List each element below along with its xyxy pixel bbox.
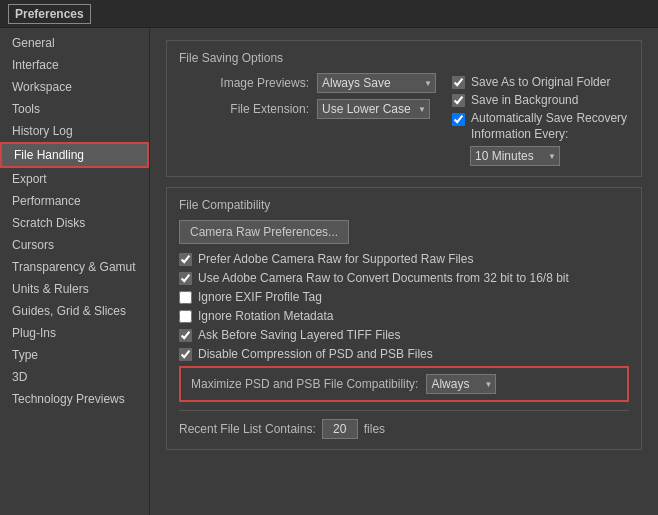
use-camera-raw-convert-label: Use Adobe Camera Raw to Convert Document…: [198, 271, 569, 285]
file-extension-label: File Extension:: [179, 102, 309, 116]
disable-compression-checkbox[interactable]: [179, 348, 192, 361]
sidebar: General Interface Workspace Tools Histor…: [0, 28, 150, 515]
window-title: Preferences: [8, 4, 91, 24]
sidebar-item-scratch-disks[interactable]: Scratch Disks: [0, 212, 149, 234]
sidebar-item-type[interactable]: Type: [0, 344, 149, 366]
file-saving-options-section: File Saving Options Image Previews: Alwa…: [166, 40, 642, 177]
auto-save-checkbox[interactable]: [452, 113, 465, 126]
ignore-rotation-checkbox[interactable]: [179, 310, 192, 323]
recent-files-suffix: files: [364, 422, 385, 436]
use-camera-raw-convert-checkbox[interactable]: [179, 272, 192, 285]
sidebar-item-tools[interactable]: Tools: [0, 98, 149, 120]
disable-compression-row: Disable Compression of PSD and PSB Files: [179, 347, 629, 361]
recent-files-count-input[interactable]: [322, 419, 358, 439]
ignore-exif-label: Ignore EXIF Profile Tag: [198, 290, 322, 304]
sidebar-item-plug-ins[interactable]: Plug-Ins: [0, 322, 149, 344]
ask-before-saving-label: Ask Before Saving Layered TIFF Files: [198, 328, 401, 342]
sidebar-item-workspace[interactable]: Workspace: [0, 76, 149, 98]
ignore-exif-row: Ignore EXIF Profile Tag: [179, 290, 629, 304]
sidebar-item-performance[interactable]: Performance: [0, 190, 149, 212]
ask-before-saving-checkbox[interactable]: [179, 329, 192, 342]
file-extension-select[interactable]: Use Lower Case Use Upper Case: [317, 99, 430, 119]
ask-before-saving-row: Ask Before Saving Layered TIFF Files: [179, 328, 629, 342]
auto-save-interval-row: 1 Minute 5 Minutes 10 Minutes 15 Minutes…: [470, 146, 629, 166]
save-in-background-checkbox[interactable]: [452, 94, 465, 107]
image-previews-label: Image Previews:: [179, 76, 309, 90]
recent-files-label: Recent File List Contains:: [179, 422, 316, 436]
auto-save-label: Automatically Save Recovery Information …: [471, 111, 629, 142]
image-previews-select[interactable]: Always Save Never Save Ask When Saving: [317, 73, 436, 93]
maximize-compatibility-select-wrapper: Always Never Ask: [426, 374, 496, 394]
preferences-window: Preferences General Interface Workspace …: [0, 0, 658, 515]
prefer-camera-raw-row: Prefer Adobe Camera Raw for Supported Ra…: [179, 252, 629, 266]
sidebar-item-general[interactable]: General: [0, 32, 149, 54]
image-previews-row: Image Previews: Always Save Never Save A…: [179, 73, 436, 93]
main-panel: File Saving Options Image Previews: Alwa…: [150, 28, 658, 515]
prefer-camera-raw-label: Prefer Adobe Camera Raw for Supported Ra…: [198, 252, 473, 266]
maximize-compatibility-row: Maximize PSD and PSB File Compatibility:…: [179, 366, 629, 402]
sidebar-item-3d[interactable]: 3D: [0, 366, 149, 388]
sidebar-item-export[interactable]: Export: [0, 168, 149, 190]
save-as-original-row: Save As to Original Folder: [452, 75, 629, 89]
disable-compression-label: Disable Compression of PSD and PSB Files: [198, 347, 433, 361]
file-extension-select-wrapper: Use Lower Case Use Upper Case: [317, 99, 430, 119]
save-in-background-label: Save in Background: [471, 93, 578, 107]
content-area: General Interface Workspace Tools Histor…: [0, 28, 658, 515]
recent-files-row: Recent File List Contains: files: [179, 419, 629, 439]
maximize-compatibility-select[interactable]: Always Never Ask: [426, 374, 496, 394]
save-as-original-checkbox[interactable]: [452, 76, 465, 89]
ignore-rotation-row: Ignore Rotation Metadata: [179, 309, 629, 323]
sidebar-item-guides-grid-slices[interactable]: Guides, Grid & Slices: [0, 300, 149, 322]
file-saving-right-col: Save As to Original Folder Save in Backg…: [452, 73, 629, 166]
prefer-camera-raw-checkbox[interactable]: [179, 253, 192, 266]
camera-raw-preferences-button[interactable]: Camera Raw Preferences...: [179, 220, 349, 244]
sidebar-item-interface[interactable]: Interface: [0, 54, 149, 76]
save-in-background-row: Save in Background: [452, 93, 629, 107]
title-bar: Preferences: [0, 0, 658, 28]
sidebar-item-transparency-gamut[interactable]: Transparency & Gamut: [0, 256, 149, 278]
file-saving-options-title: File Saving Options: [179, 51, 629, 65]
auto-save-interval-select-wrapper: 1 Minute 5 Minutes 10 Minutes 15 Minutes…: [470, 146, 560, 166]
sidebar-item-history-log[interactable]: History Log: [0, 120, 149, 142]
ignore-rotation-label: Ignore Rotation Metadata: [198, 309, 333, 323]
auto-save-interval-select[interactable]: 1 Minute 5 Minutes 10 Minutes 15 Minutes…: [470, 146, 560, 166]
file-compatibility-section: File Compatibility Camera Raw Preference…: [166, 187, 642, 450]
sidebar-item-units-rulers[interactable]: Units & Rulers: [0, 278, 149, 300]
maximize-compatibility-label: Maximize PSD and PSB File Compatibility:: [191, 377, 418, 391]
sidebar-item-file-handling[interactable]: File Handling: [0, 142, 149, 168]
save-as-original-label: Save As to Original Folder: [471, 75, 610, 89]
file-extension-row: File Extension: Use Lower Case Use Upper…: [179, 99, 436, 119]
image-previews-select-wrapper: Always Save Never Save Ask When Saving: [317, 73, 436, 93]
auto-save-row: Automatically Save Recovery Information …: [452, 111, 629, 142]
ignore-exif-checkbox[interactable]: [179, 291, 192, 304]
divider: [179, 410, 629, 411]
file-compatibility-title: File Compatibility: [179, 198, 629, 212]
sidebar-item-cursors[interactable]: Cursors: [0, 234, 149, 256]
use-camera-raw-convert-row: Use Adobe Camera Raw to Convert Document…: [179, 271, 629, 285]
sidebar-item-technology-previews[interactable]: Technology Previews: [0, 388, 149, 410]
file-saving-left-col: Image Previews: Always Save Never Save A…: [179, 73, 436, 166]
